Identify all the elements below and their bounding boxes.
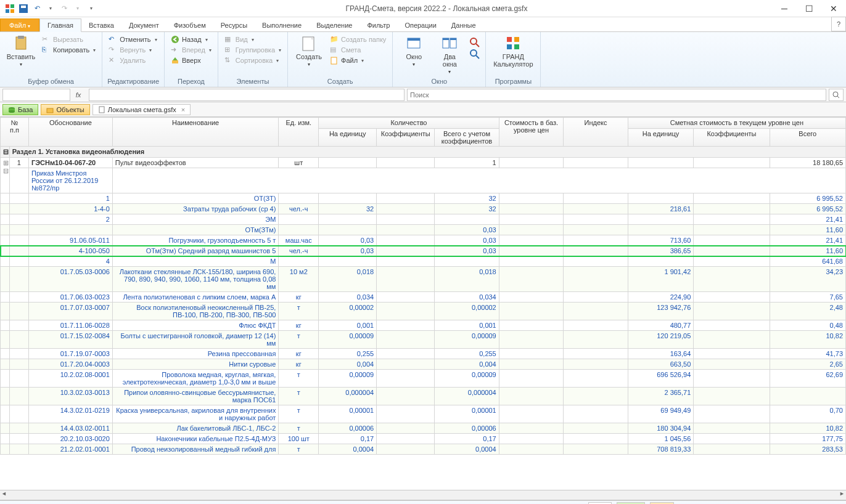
search-input[interactable] [407, 89, 826, 101]
cell-name[interactable]: ОТ(ЗТ) [112, 193, 279, 204]
tab-insert[interactable]: Вставка [81, 19, 121, 31]
cell-total[interactable]: 62,69 [770, 370, 845, 388]
header-cur2[interactable]: Коэффициенты [694, 129, 770, 147]
row-tree[interactable] [1, 405, 10, 423]
cell-q1[interactable]: 0,018 [319, 267, 377, 292]
cell-q1[interactable]: 32 [319, 204, 377, 214]
cell-name[interactable]: ЭМ [112, 214, 279, 225]
minimize-button[interactable]: ─ [772, 0, 797, 17]
table-row[interactable]: 01.7.15.02-0084Болты с шестигранной голо… [1, 331, 846, 349]
undo-dropdown-icon[interactable]: ▾ [44, 2, 57, 15]
save-icon[interactable] [17, 2, 30, 15]
cell-unit[interactable]: чел.-ч [279, 246, 319, 256]
cut-button[interactable]: ✂Вырезать [41, 35, 97, 44]
table-row[interactable]: 01.7.07.03-0007Воск полиэтиленовый неоки… [1, 303, 846, 320]
cell-total[interactable]: 6 995,52 [770, 193, 845, 204]
cell-q3[interactable]: 0,255 [435, 349, 499, 359]
row-tree[interactable] [1, 331, 10, 349]
cell-name[interactable]: Лакоткани стеклянные ЛСК-155/180, ширина… [112, 267, 279, 292]
cell-num[interactable]: 1 [9, 158, 28, 168]
cell-p1[interactable] [628, 214, 694, 225]
row-tree[interactable] [1, 235, 10, 246]
tab-selection[interactable]: Выделение [309, 19, 359, 31]
cell-p1[interactable] [628, 225, 694, 235]
cell-name[interactable]: М [112, 256, 279, 267]
cell-unit[interactable]: т [279, 405, 319, 423]
header-qty3[interactable]: Всего с учетом коэффициентов [435, 129, 499, 147]
cell-unit[interactable] [279, 225, 319, 235]
cell-name[interactable]: Погрузчики, грузоподъемность 5 т [112, 235, 279, 246]
table-row[interactable]: 1ОТ(ЗТ)326 995,52 [1, 193, 846, 204]
calc-button[interactable]: ГРАНД Калькулятор [491, 35, 535, 68]
cell-total[interactable]: 41,73 [770, 349, 845, 359]
group-button[interactable]: ⊞Группировка [223, 45, 282, 55]
view-button[interactable]: ▦Вид [223, 35, 282, 44]
cell-unit[interactable]: шт [279, 158, 319, 168]
cell-unit[interactable]: т [279, 388, 319, 405]
cell-total[interactable]: 283,53 [770, 444, 845, 455]
table-row[interactable]: 01.7.06.03-0023Лента полиэтиленовая с ли… [1, 292, 846, 303]
row-tree[interactable] [1, 303, 10, 320]
cell-p1[interactable]: 1 045,56 [628, 434, 694, 444]
cell-p1[interactable]: 386,65 [628, 246, 694, 256]
base-button[interactable]: База [2, 104, 38, 115]
create-button[interactable]: Создать▾ [293, 35, 325, 67]
row-tree[interactable] [1, 225, 10, 235]
table-row[interactable]: 2ЭМ21,41 [1, 214, 846, 225]
row-tree[interactable] [1, 292, 10, 303]
cell-p1[interactable]: 713,60 [628, 235, 694, 246]
cell-q3[interactable]: 0,17 [435, 434, 499, 444]
cell-unit[interactable]: чел.-ч [279, 204, 319, 214]
table-row[interactable]: 91.06.05-011Погрузчики, грузоподъемность… [1, 235, 846, 246]
cell-name[interactable]: Проволока медная, круглая, мягкая, элект… [112, 370, 279, 388]
cell-q1[interactable]: 0,03 [319, 246, 377, 256]
tab-main[interactable]: Главная [39, 18, 81, 32]
table-row[interactable]: 01.7.19.07-0003Резина прессованнаякг0,25… [1, 349, 846, 359]
header-index[interactable]: Индекс [564, 118, 628, 147]
cell-unit[interactable] [279, 256, 319, 267]
table-row[interactable]: 21.2.02.01-0001Провод неизолированный ме… [1, 444, 846, 455]
cell-name[interactable]: Резина прессованная [112, 349, 279, 359]
cell-basis[interactable]: 14.3.02.01-0219 [28, 405, 112, 423]
cell-q1[interactable]: 0,0004 [319, 444, 377, 455]
cell-name[interactable]: Лак бакелитовый ЛБС-1, ЛБС-2 [112, 423, 279, 434]
cell-unit[interactable]: т [279, 370, 319, 388]
cell-name[interactable]: Пульт видеоэффектов [112, 158, 279, 168]
cell-q3[interactable]: 0,001 [435, 320, 499, 331]
cell-unit[interactable]: кг [279, 349, 319, 359]
close-tab-icon[interactable]: × [181, 106, 185, 113]
cell-basis[interactable]: 01.7.19.07-0003 [28, 349, 112, 359]
cell-q1[interactable] [319, 256, 377, 267]
row-toggle[interactable]: ⊞⊟ [1, 158, 10, 193]
cell-basis[interactable]: 01.7.06.03-0023 [28, 292, 112, 303]
cell-total[interactable]: 177,75 [770, 434, 845, 444]
cell-p1[interactable]: 696 526,94 [628, 370, 694, 388]
window-button[interactable]: Окно▾ [398, 35, 430, 67]
cell-q1[interactable] [319, 214, 377, 225]
cell-total[interactable]: 2,65 [770, 359, 845, 370]
paste-button[interactable]: Вставить▾ [5, 35, 37, 67]
cell-total[interactable]: 18 180,65 [770, 158, 845, 168]
cell-unit[interactable]: кг [279, 359, 319, 370]
create-folder-button[interactable]: 📁Создать папку [329, 35, 387, 44]
cell-basis[interactable]: 01.7.07.03-0007 [28, 303, 112, 320]
cell-basis[interactable]: 2 [28, 214, 112, 225]
qat-dropdown-icon[interactable]: ▾ [85, 2, 97, 15]
tab-document[interactable]: Документ [121, 19, 166, 31]
create-smeta-button[interactable]: ▤Смета [329, 45, 387, 55]
row-tree[interactable] [1, 193, 10, 204]
header-basis[interactable]: Обоснование [28, 118, 112, 147]
cell-q3[interactable]: 0,0004 [435, 444, 499, 455]
sort-button[interactable]: ⇅Сортировка [223, 55, 282, 65]
table-row[interactable]: 1-4-0Затраты труда рабочих (ср 4)чел.-ч3… [1, 204, 846, 214]
cell-q1[interactable]: 0,034 [319, 292, 377, 303]
row-tree[interactable] [1, 204, 10, 214]
cell-p1[interactable]: 69 949,49 [628, 405, 694, 423]
delete-button[interactable]: ✕Удалить [107, 55, 158, 65]
cell-unit[interactable]: 10 м2 [279, 267, 319, 292]
cell-unit[interactable]: кг [279, 320, 319, 331]
cell-p1[interactable]: 163,64 [628, 349, 694, 359]
cell-q3[interactable]: 0,00009 [435, 331, 499, 349]
cell-name[interactable]: ОТм(ЗТм) [112, 225, 279, 235]
header-qty1[interactable]: На единицу [319, 129, 377, 147]
